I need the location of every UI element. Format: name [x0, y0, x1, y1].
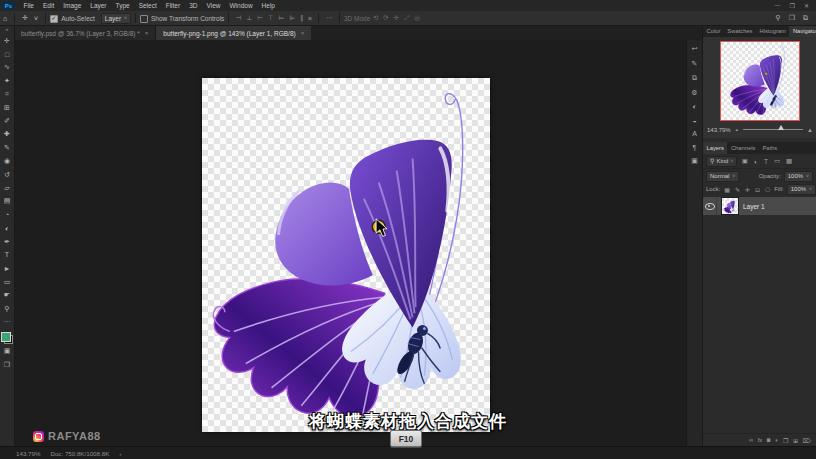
3d-slide-icon[interactable]: ⤢	[402, 14, 412, 22]
status-arrow-icon[interactable]: ›	[119, 450, 121, 457]
lock-artboard-icon[interactable]: ⊡	[754, 186, 761, 193]
layer-thumbnail[interactable]	[721, 197, 739, 215]
brush-tool-icon[interactable]: ✎	[0, 141, 14, 154]
layer-visibility-toggle[interactable]	[703, 197, 717, 215]
adjustment-layer-icon[interactable]: ◐	[775, 437, 779, 443]
tab-butterfly-psd[interactable]: butterfly.psd @ 36.7% (Layer 3, RGB/8) *…	[14, 26, 156, 40]
navigator-zoom-value[interactable]: 143.79%	[707, 127, 731, 133]
show-transform-checkbox[interactable]	[140, 15, 148, 23]
filter-type-layers-icon[interactable]: T	[762, 158, 769, 165]
lock-all-icon[interactable]: ⎔	[764, 186, 771, 193]
opacity-dropdown[interactable]: 100% ˅	[784, 171, 813, 182]
screen-mode-icon[interactable]: ❐	[0, 358, 14, 371]
menu-file[interactable]: File	[19, 0, 38, 11]
new-layer-icon[interactable]: ⊞	[793, 437, 798, 444]
new-group-icon[interactable]: ❒	[783, 437, 788, 444]
more-options-icon[interactable]: ⋯	[323, 14, 335, 22]
eraser-tool-icon[interactable]: ▱	[0, 181, 14, 194]
toolbar-ellipsis-icon[interactable]: ⋯	[0, 315, 14, 328]
tab-close-icon[interactable]: ×	[301, 30, 305, 36]
menu-layer[interactable]: Layer	[86, 0, 111, 11]
3d-roll-icon[interactable]: ⟳	[381, 14, 391, 22]
menu-window[interactable]: Window	[225, 0, 257, 11]
align-left-icon[interactable]: ⊣	[233, 14, 244, 22]
menu-help[interactable]: Help	[257, 0, 279, 11]
layer-name[interactable]: Layer 1	[743, 203, 765, 210]
lock-position-icon[interactable]: ✛	[744, 186, 751, 193]
brush-settings-icon[interactable]: ✎	[692, 60, 698, 68]
navigator-preview[interactable]	[720, 41, 800, 121]
filter-smart-objects-icon[interactable]: ▩	[785, 157, 794, 165]
status-zoom-value[interactable]: 143.79%	[16, 450, 40, 457]
fill-dropdown[interactable]: 100% ˅	[787, 184, 816, 195]
close-icon[interactable]: ✕	[804, 2, 809, 9]
lock-pixels-icon[interactable]: ✎	[734, 186, 741, 193]
layer-effects-icon[interactable]: fx	[758, 437, 763, 443]
zoom-slider[interactable]	[743, 129, 803, 130]
document-canvas[interactable]	[202, 78, 490, 432]
move-tool-icon[interactable]: ✛	[0, 34, 14, 47]
tab-channels[interactable]: Channels	[727, 142, 759, 154]
menu-3d[interactable]: 3D	[185, 0, 202, 11]
menu-image[interactable]: Image	[59, 0, 86, 11]
type-tool-icon[interactable]: T	[0, 248, 14, 261]
tab-close-icon[interactable]: ×	[145, 30, 149, 36]
pen-tool-icon[interactable]: ✒	[0, 235, 14, 248]
tab-butterfly-png[interactable]: butterfly-png-1.png @ 143% (Layer 1, RGB…	[156, 26, 311, 40]
libraries-panel-icon[interactable]: ▣	[691, 157, 698, 165]
align-top-icon[interactable]: ⊤	[265, 14, 276, 22]
eyedropper-tool-icon[interactable]: ✐	[0, 114, 14, 127]
layer-row-selected[interactable]: Layer 1	[703, 197, 816, 215]
toolbar-collapse-icon[interactable]: »	[6, 25, 9, 34]
distribute-v-icon[interactable]: ≡	[306, 15, 315, 22]
zoom-out-icon[interactable]: ▲	[735, 127, 739, 132]
align-right-icon[interactable]: ⊢	[255, 14, 266, 22]
auto-select-checkbox[interactable]	[50, 15, 58, 23]
restore-icon[interactable]: ❐	[790, 2, 795, 9]
align-center-icon[interactable]: ⊥	[244, 14, 255, 22]
blend-mode-dropdown[interactable]: Normal ˅	[706, 171, 739, 182]
tab-navigator[interactable]: Navigator	[789, 25, 816, 37]
character-panel-icon[interactable]: A	[692, 130, 697, 137]
quick-mask-icon[interactable]: ▣	[0, 345, 14, 358]
shape-tool-icon[interactable]: ▭	[0, 275, 14, 288]
dodge-tool-icon[interactable]: ◐	[0, 221, 14, 234]
marquee-tool-icon[interactable]: □	[0, 47, 14, 60]
filter-adjustment-layers-icon[interactable]: ◐	[753, 158, 760, 165]
crop-tool-icon[interactable]: ⌗	[0, 88, 14, 101]
filter-pixel-layers-icon[interactable]: ▣	[740, 157, 749, 165]
gradient-tool-icon[interactable]: ▤	[0, 195, 14, 208]
object-select-tool-icon[interactable]: ✦	[0, 74, 14, 87]
path-select-tool-icon[interactable]: ►	[0, 262, 14, 275]
tab-layers[interactable]: Layers	[703, 142, 727, 154]
auto-select-target-dropdown[interactable]: Layer ˅	[101, 13, 131, 24]
filter-shape-layers-icon[interactable]: ▭	[772, 157, 781, 165]
menu-type[interactable]: Type	[111, 0, 134, 11]
delete-layer-icon[interactable]: ⌦	[803, 437, 811, 444]
workspace-icon[interactable]: ❐	[789, 14, 795, 22]
layer-filter-kind-dropdown[interactable]: ⚲ Kind ˅	[706, 156, 737, 167]
lock-transparency-icon[interactable]: ▦	[723, 186, 731, 193]
zoom-tool-icon[interactable]: ⚲	[0, 302, 14, 315]
move-tool-caret-icon[interactable]: ˅	[31, 15, 41, 22]
distribute-h-icon[interactable]: ∥	[297, 14, 305, 22]
tab-swatches[interactable]: Swatches	[724, 25, 756, 37]
layer-mask-icon[interactable]: ◙	[767, 437, 771, 443]
lasso-tool-icon[interactable]: ∿	[0, 61, 14, 74]
minimize-icon[interactable]: —	[775, 2, 781, 9]
link-layers-icon[interactable]: ∞	[749, 437, 753, 443]
3d-camera-icon[interactable]: ◎	[412, 14, 423, 22]
history-brush-tool-icon[interactable]: ↺	[0, 168, 14, 181]
home-icon[interactable]: ⌂	[0, 15, 10, 22]
history-icon[interactable]: ↩	[692, 45, 698, 53]
tab-color[interactable]: Color	[703, 25, 724, 37]
properties-icon[interactable]: ⚙	[691, 89, 697, 97]
menu-select[interactable]: Select	[134, 0, 161, 11]
move-tool-icon[interactable]: ✛	[19, 14, 31, 22]
healing-tool-icon[interactable]: ✚	[0, 128, 14, 141]
clone-stamp-tool-icon[interactable]: ◉	[0, 155, 14, 168]
zoom-in-icon[interactable]: ▲	[807, 127, 813, 133]
tab-paths[interactable]: Paths	[759, 142, 781, 154]
color-picker-icon[interactable]: ◒	[692, 117, 696, 124]
share-icon[interactable]: ⧉	[803, 14, 808, 22]
